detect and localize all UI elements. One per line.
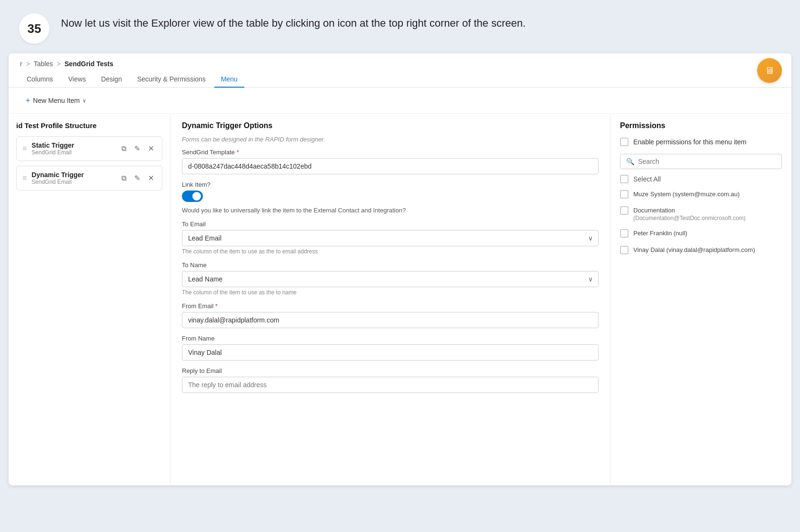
menu-item-info: Static Trigger SendGrid Email	[31, 141, 115, 156]
link-question: Would you like to universally link the i…	[182, 207, 599, 214]
select-all-row[interactable]: Select All	[620, 175, 782, 183]
link-item-label: Link Item?	[182, 181, 599, 188]
user-info: Documentation (Documentation@TestDoc.onm…	[633, 206, 746, 221]
list-item[interactable]: Muze System (system@muze.com.au)	[620, 188, 782, 201]
instruction-text: Now let us visit the Explorer view of th…	[61, 13, 526, 31]
tab-design[interactable]: Design	[94, 71, 129, 88]
from-name-label: From Name	[182, 335, 599, 342]
link-item-field: Link Item? Would you like to universally…	[182, 181, 599, 214]
toggle-container	[182, 191, 599, 202]
menu-item-name: Dynamic Trigger	[31, 171, 115, 179]
left-panel: id Test Profile Structure ≡ Static Trigg…	[9, 114, 170, 485]
card-actions: ⧉ ✎ ✕	[120, 143, 156, 154]
truncated-note: Forms can be designed in the RAPID form …	[182, 136, 599, 143]
user-checkbox[interactable]	[620, 206, 629, 215]
user-checkbox[interactable]	[620, 229, 629, 238]
from-email-field: From Email *	[182, 302, 599, 328]
to-email-field: To Email Lead Email ∨ The column of the …	[182, 221, 599, 255]
duplicate-button[interactable]: ⧉	[120, 143, 129, 154]
menu-item-sub: SendGrid Email	[31, 149, 115, 156]
step-badge: 35	[19, 13, 50, 44]
left-panel-title: id Test Profile Structure	[16, 121, 162, 130]
list-item[interactable]: ≡ Dynamic Trigger SendGrid Email ⧉ ✎ ✕	[16, 166, 162, 191]
toolbar: + New Menu Item ∨	[9, 88, 791, 114]
sendgrid-template-label: SendGrid Template *	[182, 149, 599, 156]
user-info: Vinay Dalal (vinay.dalal@rapidplatform.c…	[633, 246, 755, 254]
select-all-label: Select All	[633, 175, 661, 183]
user-label: Peter Franklin (null)	[633, 229, 687, 238]
search-input[interactable]	[638, 158, 776, 165]
duplicate-button[interactable]: ⧉	[120, 173, 129, 183]
user-info: Peter Franklin (null)	[633, 229, 687, 238]
user-info: Muze System (system@muze.com.au)	[633, 190, 740, 199]
reply-to-email-label: Reply to Email	[182, 367, 599, 374]
to-name-select-wrapper: Lead Name ∨	[182, 271, 599, 287]
user-label: Documentation	[633, 206, 746, 215]
edit-button[interactable]: ✎	[132, 143, 142, 154]
list-item[interactable]: ≡ Static Trigger SendGrid Email ⧉ ✎ ✕	[16, 136, 162, 161]
menu-item-name: Static Trigger	[31, 141, 115, 149]
from-name-input[interactable]	[182, 344, 599, 361]
search-box: 🔍	[620, 154, 782, 169]
to-email-hint: The column of the item to use as the to …	[182, 248, 599, 255]
user-label: Muze System (system@muze.com.au)	[633, 190, 740, 199]
permissions-enable-row: Enable permissions for this menu item	[620, 138, 782, 146]
sendgrid-template-field: SendGrid Template *	[182, 149, 599, 174]
menu-item-sub: SendGrid Email	[31, 179, 115, 185]
edit-button[interactable]: ✎	[132, 173, 142, 183]
to-email-label: To Email	[182, 221, 599, 228]
list-item[interactable]: Peter Franklin (null)	[620, 227, 782, 240]
new-menu-item-button[interactable]: + New Menu Item ∨	[20, 93, 92, 108]
from-email-input[interactable]	[182, 312, 599, 328]
instruction-banner: 35 Now let us visit the Explorer view of…	[0, 0, 800, 53]
user-label: Vinay Dalal (vinay.dalal@rapidplatform.c…	[633, 246, 755, 254]
section-title: Dynamic Trigger Options	[182, 121, 599, 130]
from-name-field: From Name	[182, 335, 599, 361]
tab-security-permissions[interactable]: Security & Permissions	[130, 71, 212, 88]
delete-button[interactable]: ✕	[146, 173, 156, 183]
breadcrumb-root[interactable]: r	[20, 60, 22, 68]
tab-columns[interactable]: Columns	[20, 71, 60, 88]
drag-handle-icon: ≡	[22, 174, 27, 182]
tab-bar: Columns Views Design Security & Permissi…	[9, 68, 791, 88]
permissions-title: Permissions	[620, 121, 782, 130]
sendgrid-template-input[interactable]	[182, 158, 599, 174]
to-name-label: To Name	[182, 261, 599, 269]
user-email: (Documentation@TestDoc.onmicrosoft.com)	[633, 215, 746, 221]
plus-icon: +	[26, 96, 30, 105]
from-email-label: From Email *	[182, 302, 599, 310]
chevron-down-icon: ∨	[82, 98, 86, 104]
tab-menu[interactable]: Menu	[214, 71, 244, 88]
to-email-select-wrapper: Lead Email ∨	[182, 230, 599, 246]
explorer-icon-button[interactable]: 🖥	[757, 58, 782, 83]
to-name-hint: The column of the item to use as the to …	[182, 289, 599, 296]
delete-button[interactable]: ✕	[146, 143, 156, 154]
menu-item-info: Dynamic Trigger SendGrid Email	[31, 171, 115, 185]
tab-views[interactable]: Views	[61, 71, 92, 88]
enable-permissions-checkbox[interactable]	[620, 138, 629, 146]
list-item[interactable]: Vinay Dalal (vinay.dalal@rapidplatform.c…	[620, 244, 782, 256]
enable-permissions-label: Enable permissions for this menu item	[633, 138, 746, 146]
to-name-field: To Name Lead Name ∨ The column of the it…	[182, 261, 599, 296]
breadcrumb-current: SendGrid Tests	[65, 60, 113, 68]
breadcrumb: r > Tables > SendGrid Tests	[9, 53, 791, 68]
reply-to-email-input[interactable]	[182, 377, 599, 393]
monitor-icon: 🖥	[765, 65, 774, 76]
to-name-select[interactable]: Lead Name	[182, 271, 599, 287]
breadcrumb-tables[interactable]: Tables	[34, 60, 53, 68]
app-container: 🖥 r > Tables > SendGrid Tests Columns Vi…	[9, 53, 791, 485]
drag-handle-icon: ≡	[22, 144, 27, 153]
user-checkbox[interactable]	[620, 190, 629, 199]
to-email-select[interactable]: Lead Email	[182, 230, 599, 246]
search-icon: 🔍	[626, 158, 634, 165]
list-item[interactable]: Documentation (Documentation@TestDoc.onm…	[620, 204, 782, 223]
link-item-toggle[interactable]	[182, 191, 203, 202]
select-all-checkbox[interactable]	[620, 175, 629, 183]
main-content: id Test Profile Structure ≡ Static Trigg…	[9, 114, 791, 485]
right-panel: Permissions Enable permissions for this …	[610, 114, 791, 485]
card-actions: ⧉ ✎ ✕	[120, 173, 156, 183]
middle-panel: Dynamic Trigger Options Forms can be des…	[170, 114, 610, 485]
user-checkbox[interactable]	[620, 246, 629, 254]
reply-to-email-field: Reply to Email	[182, 367, 599, 393]
